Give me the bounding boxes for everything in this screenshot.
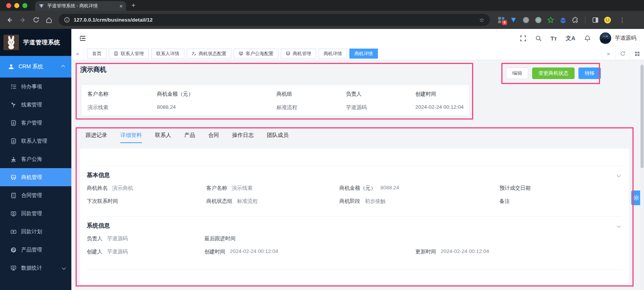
fullscreen-icon[interactable] bbox=[520, 35, 526, 42]
summary-field: 客户名称 演示线索 bbox=[88, 91, 157, 116]
tags-scroll-left-button[interactable]: « bbox=[71, 47, 84, 60]
bus-icon bbox=[286, 51, 290, 56]
app-header: Tт 文A 芋道源码 bbox=[71, 29, 644, 47]
blue-layers-extension-icon[interactable] bbox=[559, 16, 566, 24]
new-tab-button[interactable]: + bbox=[131, 2, 135, 9]
search-icon[interactable] bbox=[535, 35, 542, 42]
sidebar-item-contracts[interactable]: 合同管理 bbox=[0, 186, 71, 204]
tag-business-detail[interactable]: 商机详情 bbox=[319, 49, 347, 59]
vue-devtools-icon[interactable] bbox=[510, 16, 517, 24]
tab-operation-log[interactable]: 操作日志 bbox=[232, 132, 254, 143]
sidebar-item-public-sea[interactable]: 客户公海 bbox=[0, 150, 71, 168]
field-label: 创建时间 bbox=[204, 248, 225, 255]
system-info-header[interactable]: 系统信息 bbox=[87, 217, 622, 234]
tag-home[interactable]: 首页 bbox=[87, 49, 106, 59]
reload-icon[interactable] bbox=[30, 14, 42, 26]
sidebar-item-label: 回款管理 bbox=[21, 210, 42, 217]
tag-contact-detail[interactable]: 联系人详情 bbox=[151, 49, 184, 59]
opportunity-summary-card: 客户名称 演示线索 商机金额（元） 8088.24 商机组 标准流程 负责人 芋… bbox=[81, 84, 470, 116]
tab-contacts[interactable]: 联系人 bbox=[155, 132, 171, 143]
pinned-extension-icon[interactable]: 6 bbox=[497, 16, 505, 24]
sidebar-item-label: 回款计划 bbox=[21, 228, 42, 235]
tab-products[interactable]: 产品 bbox=[184, 132, 195, 143]
refresh-icon[interactable] bbox=[615, 47, 630, 60]
sidebar-item-contacts[interactable]: 联系人管理 bbox=[0, 132, 71, 150]
sidebar-item-customers[interactable]: 客户管理 bbox=[0, 114, 71, 132]
browser-menu-icon[interactable]: ⋮ bbox=[619, 17, 625, 24]
basic-info-header[interactable]: 基本信息 bbox=[87, 166, 622, 184]
summary-field: 负责人 芋道源码 bbox=[346, 91, 415, 116]
chevron-down-icon[interactable] bbox=[617, 173, 621, 177]
tab-close-icon[interactable]: × bbox=[120, 3, 123, 9]
sidebar-item-statistics[interactable]: 数据统计 bbox=[0, 259, 71, 277]
side-panel-icon[interactable] bbox=[592, 16, 599, 24]
site-info-icon[interactable] bbox=[64, 17, 70, 23]
url-text[interactable]: 127.0.0.1/crm/business/detail/12 bbox=[74, 17, 475, 23]
profile-avatar-icon[interactable] bbox=[604, 16, 611, 24]
browser-tab[interactable]: 芋道管理系统 - 商机详情 × bbox=[35, 1, 126, 11]
sidebar-logo-row[interactable]: 芋道管理系统 bbox=[0, 29, 71, 56]
tags-scroll-right-button[interactable]: » bbox=[601, 47, 615, 60]
user-menu[interactable]: 芋道源码 bbox=[600, 32, 636, 44]
field-label: 创建人 bbox=[87, 248, 103, 255]
gray-extension-icon[interactable] bbox=[522, 16, 529, 24]
transfer-button[interactable]: 转移 bbox=[578, 67, 601, 79]
tab-detail-info[interactable]: 详细资料 bbox=[120, 132, 142, 143]
font-size-icon[interactable]: Tт bbox=[551, 35, 557, 42]
sidebar-item-receivables[interactable]: 回款管理 bbox=[0, 204, 71, 223]
tab-contracts[interactable]: 合同 bbox=[208, 132, 219, 143]
todo-list-icon bbox=[10, 84, 17, 90]
tag-contact-manage[interactable]: 联系人管理 bbox=[109, 49, 149, 59]
sidebar-item-label: 线索管理 bbox=[21, 101, 42, 108]
edit-button[interactable]: 编辑 bbox=[506, 67, 528, 79]
back-icon[interactable] bbox=[4, 14, 15, 26]
window-controls[interactable] bbox=[6, 3, 27, 8]
field-value: 芋道源码 bbox=[346, 104, 415, 111]
field-label: 商机姓名 bbox=[87, 185, 108, 192]
window-zoom-button[interactable] bbox=[22, 3, 27, 8]
field-label: 下次联系时间 bbox=[87, 198, 118, 205]
tab-team-members[interactable]: 团队成员 bbox=[267, 132, 288, 143]
locale-icon[interactable]: 文A bbox=[566, 35, 575, 42]
scrollbar-thumb[interactable] bbox=[641, 65, 644, 168]
tag-sea-config[interactable]: 客户公海配置 bbox=[234, 49, 278, 59]
chevron-up-icon bbox=[61, 65, 65, 69]
sidebar-item-leads[interactable]: 线索管理 bbox=[0, 96, 71, 114]
tab-follow-records[interactable]: 跟进记录 bbox=[86, 132, 107, 143]
sidebar-collapse-icon[interactable] bbox=[79, 35, 86, 42]
page-content: 演示商机 客户名称 演示线索 商机金额（元） 8088.24 商机组 标准流程 … bbox=[71, 60, 644, 290]
user-icon bbox=[8, 64, 14, 70]
notification-bell-icon[interactable] bbox=[584, 35, 591, 42]
chevron-down-icon[interactable] bbox=[617, 224, 621, 228]
summary-field: 商机组 标准流程 bbox=[276, 91, 346, 116]
sidebar-menu: 待办事项 线索管理 客户管理 联系人管理 客户公海 商机管理 bbox=[0, 78, 71, 290]
extensions-puzzle-icon[interactable] bbox=[572, 16, 579, 24]
page-scrollbar[interactable] bbox=[640, 60, 644, 290]
chart-board-icon bbox=[10, 265, 17, 271]
sidebar-section-crm[interactable]: CRM 系统 bbox=[0, 56, 71, 78]
recorder-extension-icon[interactable] bbox=[534, 16, 542, 24]
home-icon[interactable] bbox=[43, 14, 55, 26]
toolbar-divider bbox=[585, 17, 585, 24]
sidebar-item-label: 商机管理 bbox=[21, 174, 42, 181]
change-status-button[interactable]: 变更商机状态 bbox=[532, 67, 575, 79]
field-value: 初步接触 bbox=[365, 198, 386, 205]
field-value: 标准流程 bbox=[237, 198, 258, 205]
forward-icon[interactable] bbox=[17, 14, 29, 26]
sidebar-item-business[interactable]: 商机管理 bbox=[0, 168, 71, 186]
layout-grid-icon[interactable] bbox=[630, 47, 644, 60]
sidebar-item-receivable-plan[interactable]: 回款计划 bbox=[0, 223, 71, 241]
sidebar-item-todo[interactable]: 待办事项 bbox=[0, 78, 71, 96]
tag-status-config[interactable]: 商机状态配置 bbox=[187, 49, 231, 59]
sidebar-item-products[interactable]: 产品管理 bbox=[0, 241, 71, 259]
bookmark-star-icon[interactable]: ☆ bbox=[479, 17, 484, 24]
green-star-extension-icon[interactable] bbox=[547, 16, 554, 24]
url-bar[interactable]: 127.0.0.1/crm/business/detail/12 ☆ bbox=[59, 14, 490, 26]
tag-business-manage[interactable]: 商机管理 bbox=[281, 49, 316, 59]
window-minimize-button[interactable] bbox=[14, 3, 19, 8]
sidebar-item-label: 客户管理 bbox=[21, 120, 42, 126]
payment-icon bbox=[10, 211, 17, 217]
field-value: 2024-02-24 00:12:04 bbox=[230, 248, 278, 255]
tag-business-detail-active[interactable]: 商机详情 bbox=[349, 49, 378, 59]
window-close-button[interactable] bbox=[6, 3, 11, 8]
